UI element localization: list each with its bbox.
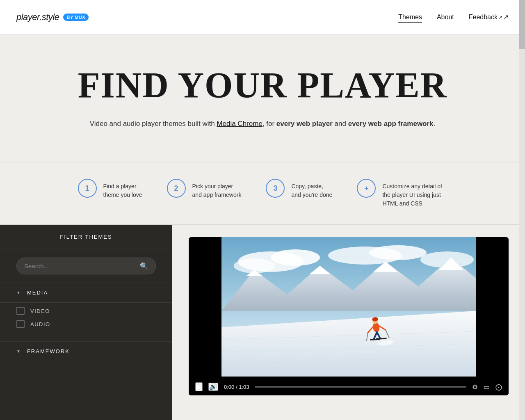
pip-icon[interactable]: ▭	[484, 383, 490, 391]
search-input[interactable]	[24, 262, 136, 269]
header: player.style BY MUX Themes About Feedbac…	[0, 0, 525, 34]
step-3-text: Copy, paste,and you're done	[291, 179, 332, 199]
video-container: ▶ 🔊 0:00 / 1:03 ⚙ ▭ ⨀	[189, 237, 509, 395]
logo-main: player.	[16, 12, 42, 22]
media-filter-header[interactable]: ▼ MEDIA	[0, 283, 172, 302]
audio-checkbox[interactable]	[16, 320, 25, 328]
volume-button[interactable]: 🔊	[208, 383, 218, 391]
main-content: FILTER THEMES 🔍 ▼ MEDIA VIDEO AUDI	[0, 225, 525, 420]
fullscreen-icon[interactable]: ⨀	[495, 383, 502, 391]
hero-section: FIND YOUR PLAYER Video and audio player …	[0, 34, 525, 162]
audio-filter-option: AUDIO	[16, 320, 156, 328]
progress-bar[interactable]	[255, 386, 466, 388]
video-thumbnail	[189, 237, 509, 377]
media-filter-section: ▼ MEDIA VIDEO AUDIO	[0, 283, 172, 341]
step-2-number: 2	[167, 179, 186, 198]
video-filter-label: VIDEO	[30, 308, 50, 314]
media-chevron-icon: ▼	[16, 290, 21, 295]
step-3-number: 3	[266, 179, 285, 198]
nav-themes[interactable]: Themes	[398, 14, 422, 21]
audio-filter-label: AUDIO	[30, 321, 50, 327]
logo-text: player.style	[16, 12, 59, 23]
logo-italic: style	[42, 12, 59, 22]
video-controls: ▶ 🔊 0:00 / 1:03 ⚙ ▭ ⨀	[189, 378, 509, 395]
hero-description: Video and audio player themes built with…	[16, 118, 509, 129]
scrollbar-thumb[interactable]	[519, 0, 525, 49]
video-checkbox[interactable]	[16, 307, 25, 315]
step-3: 3 Copy, paste,and you're done	[266, 179, 332, 199]
step-1-number: 1	[78, 179, 97, 198]
step-plus: + Customize any detail of the player UI …	[357, 179, 447, 208]
framework-filter-section: ▼ FRAMEWORK	[0, 341, 172, 361]
time-display: 0:00 / 1:03	[224, 384, 249, 390]
play-button[interactable]: ▶	[195, 382, 203, 391]
sidebar: FILTER THEMES 🔍 ▼ MEDIA VIDEO AUDI	[0, 225, 172, 420]
scrollbar-track[interactable]	[519, 0, 525, 420]
step-plus-number: +	[357, 179, 376, 198]
step-1-text: Find a playertheme you love	[103, 179, 142, 199]
framework-filter-header[interactable]: ▼ FRAMEWORK	[0, 342, 172, 361]
main-nav: Themes About Feedback ↗	[398, 13, 509, 21]
step-2-text: Pick your playerand app framework	[192, 179, 242, 199]
search-icon: 🔍	[140, 262, 148, 270]
media-filter-label: MEDIA	[27, 290, 48, 296]
step-2: 2 Pick your playerand app framework	[167, 179, 242, 199]
step-plus-text: Customize any detail of the player UI us…	[382, 179, 447, 208]
steps-section: 1 Find a playertheme you love 2 Pick you…	[0, 162, 525, 225]
video-filter-option: VIDEO	[16, 307, 156, 315]
mux-badge: BY MUX	[63, 14, 89, 21]
media-chrome-link[interactable]: Media Chrome	[217, 120, 262, 128]
filter-header: FILTER THEMES	[0, 225, 172, 249]
content-area: ▶ 🔊 0:00 / 1:03 ⚙ ▭ ⨀	[172, 225, 525, 420]
nav-about[interactable]: About	[437, 14, 454, 21]
svg-point-5	[369, 245, 427, 260]
svg-point-2	[271, 249, 320, 266]
search-box: 🔍	[16, 258, 156, 274]
framework-filter-label: FRAMEWORK	[27, 348, 70, 354]
nav-feedback[interactable]: Feedback ↗	[469, 13, 509, 21]
hero-title: FIND YOUR PLAYER	[16, 67, 509, 103]
search-container: 🔍	[0, 249, 172, 283]
settings-icon[interactable]: ⚙	[472, 383, 478, 391]
step-1: 1 Find a playertheme you love	[78, 179, 142, 199]
media-filter-options: VIDEO AUDIO	[0, 302, 172, 341]
framework-chevron-icon: ▼	[16, 349, 21, 354]
logo-area: player.style BY MUX	[16, 12, 89, 23]
